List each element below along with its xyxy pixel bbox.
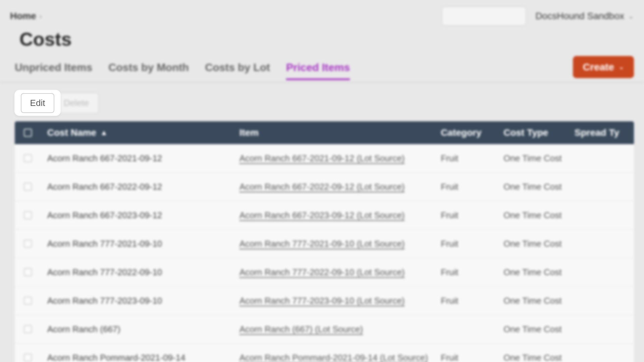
cell-cost-name: Acorn Ranch 777-2023-09-10 (41, 296, 239, 306)
table-row[interactable]: Acorn Ranch Pommard-2021-09-14Acorn Ranc… (15, 344, 634, 362)
chevron-down-icon: ⌄ (628, 12, 634, 20)
cell-item: Acorn Ranch 777-2023-09-10 (Lot Source) (239, 296, 441, 306)
item-link[interactable]: Acorn Ranch Pommard-2021-09-14 (Lot Sour… (239, 353, 428, 362)
cell-cost-type: One Time Cost (503, 153, 575, 164)
cell-category: Fruit (441, 296, 503, 306)
row-checkbox[interactable] (24, 211, 32, 219)
chevron-down-icon: ⌄ (619, 63, 624, 71)
page-title: Costs (10, 28, 634, 50)
cell-cost-type: One Time Cost (503, 210, 575, 221)
cell-cost-name: Acorn Ranch 777-2022-09-10 (41, 267, 239, 278)
cell-cost-name: Acorn Ranch 667-2021-09-12 (41, 153, 239, 164)
cell-cost-type: One Time Cost (503, 182, 575, 192)
cell-cost-name: Acorn Ranch 667-2022-09-12 (41, 182, 239, 192)
cell-cost-type: One Time Cost (503, 239, 575, 249)
table-row[interactable]: Acorn Ranch 667-2022-09-12Acorn Ranch 66… (15, 173, 634, 201)
cell-cost-type: One Time Cost (503, 324, 575, 335)
create-label: Create (583, 61, 614, 73)
org-label: DocsHound Sandbox (535, 11, 624, 21)
col-header-cost-name[interactable]: Cost Name ▲ (41, 127, 239, 138)
row-checkbox[interactable] (24, 325, 32, 333)
item-link[interactable]: Acorn Ranch (667) (Lot Source) (239, 324, 363, 334)
cell-category: Fruit (441, 210, 503, 221)
chevron-right-icon: › (40, 12, 42, 20)
tab-unpriced-items[interactable]: Unpriced Items (15, 59, 92, 80)
breadcrumb: Home › (10, 11, 42, 21)
cell-cost-name: Acorn Ranch Pommard-2021-09-14 (41, 353, 239, 362)
item-link[interactable]: Acorn Ranch 667-2023-09-12 (Lot Source) (239, 210, 405, 220)
create-button[interactable]: Create ⌄ (573, 56, 634, 78)
row-checkbox[interactable] (24, 354, 32, 362)
cell-item: Acorn Ranch 667-2023-09-12 (Lot Source) (239, 210, 441, 221)
col-header-item[interactable]: Item (239, 127, 441, 138)
cell-category: Fruit (441, 182, 503, 192)
edit-button-focused[interactable]: Edit (21, 93, 55, 113)
cell-cost-type: One Time Cost (503, 296, 575, 306)
breadcrumb-home[interactable]: Home (10, 11, 36, 21)
costs-table: Cost Name ▲ Item Category Cost Type Spre… (15, 121, 634, 362)
cell-category: Fruit (441, 267, 503, 278)
row-checkbox[interactable] (24, 154, 32, 162)
tabs: Unpriced Items Costs by Month Costs by L… (15, 59, 350, 79)
cell-item: Acorn Ranch 667-2021-09-12 (Lot Source) (239, 153, 441, 164)
search-input[interactable] (442, 7, 526, 25)
row-checkbox[interactable] (24, 268, 32, 276)
cell-cost-type: One Time Cost (503, 267, 575, 278)
table-header: Cost Name ▲ Item Category Cost Type Spre… (15, 121, 634, 144)
cell-item: Acorn Ranch 777-2022-09-10 (Lot Source) (239, 267, 441, 278)
cell-category: Fruit (441, 353, 503, 362)
cell-item: Acorn Ranch 777-2021-09-10 (Lot Source) (239, 239, 441, 249)
item-link[interactable]: Acorn Ranch 667-2021-09-12 (Lot Source) (239, 153, 405, 163)
tab-costs-by-month[interactable]: Costs by Month (108, 59, 189, 80)
cell-item: Acorn Ranch (667) (Lot Source) (239, 324, 441, 335)
row-checkbox[interactable] (24, 240, 32, 248)
table-row[interactable]: Acorn Ranch 777-2022-09-10Acorn Ranch 77… (15, 258, 634, 287)
table-row[interactable]: Acorn Ranch 667-2023-09-12Acorn Ranch 66… (15, 201, 634, 230)
select-all-checkbox[interactable] (24, 129, 32, 137)
org-selector[interactable]: DocsHound Sandbox ⌄ (535, 11, 634, 21)
delete-button[interactable]: Delete (54, 93, 99, 113)
col-header-name-label: Cost Name (47, 127, 96, 138)
cell-category: Fruit (441, 239, 503, 249)
row-checkbox[interactable] (24, 297, 32, 305)
tab-priced-items[interactable]: Priced Items (286, 59, 350, 80)
table-row[interactable]: Acorn Ranch 777-2023-09-10Acorn Ranch 77… (15, 287, 634, 315)
row-checkbox[interactable] (24, 183, 32, 191)
table-row[interactable]: Acorn Ranch 777-2021-09-10Acorn Ranch 77… (15, 230, 634, 258)
cell-item: Acorn Ranch 667-2022-09-12 (Lot Source) (239, 182, 441, 192)
cell-item: Acorn Ranch Pommard-2021-09-14 (Lot Sour… (239, 353, 441, 362)
tab-costs-by-lot[interactable]: Costs by Lot (205, 59, 270, 80)
item-link[interactable]: Acorn Ranch 667-2022-09-12 (Lot Source) (239, 182, 405, 192)
search-field[interactable] (448, 12, 541, 20)
cell-category: Fruit (441, 153, 503, 164)
cell-cost-name: Acorn Ranch 667-2023-09-12 (41, 210, 239, 221)
item-link[interactable]: Acorn Ranch 777-2023-09-10 (Lot Source) (239, 296, 405, 306)
col-header-cost-type[interactable]: Cost Type (503, 127, 575, 138)
sort-asc-icon: ▲ (100, 128, 108, 137)
col-header-spread-type[interactable]: Spread Ty (575, 127, 634, 138)
edit-button-highlight: Edit (15, 91, 60, 115)
cell-cost-type: One Time Cost (503, 353, 575, 362)
cell-cost-name: Acorn Ranch 777-2021-09-10 (41, 239, 239, 249)
table-row[interactable]: Acorn Ranch (667)Acorn Ranch (667) (Lot … (15, 315, 634, 344)
cell-cost-name: Acorn Ranch (667) (41, 324, 239, 335)
item-link[interactable]: Acorn Ranch 777-2021-09-10 (Lot Source) (239, 239, 405, 249)
table-row[interactable]: Acorn Ranch 667-2021-09-12Acorn Ranch 66… (15, 144, 634, 173)
item-link[interactable]: Acorn Ranch 777-2022-09-10 (Lot Source) (239, 267, 405, 277)
col-header-category[interactable]: Category (441, 127, 503, 138)
